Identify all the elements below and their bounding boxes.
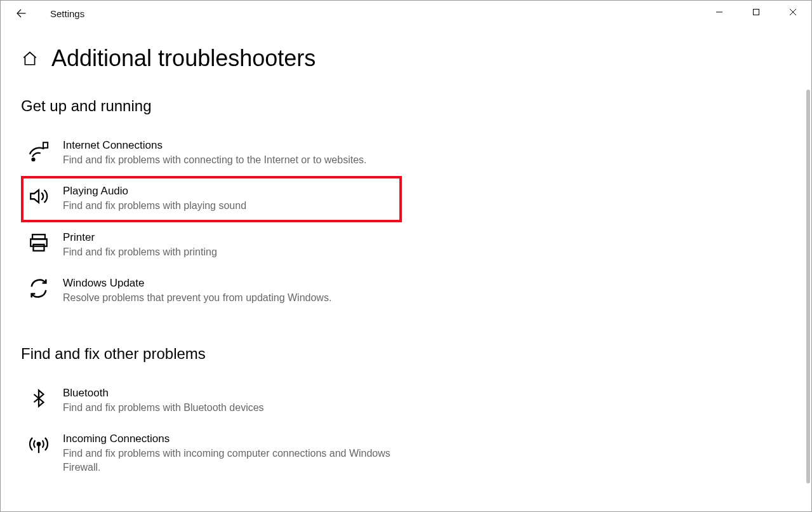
- troubleshooter-title: Bluetooth: [63, 387, 396, 400]
- window-title: Settings: [50, 8, 84, 19]
- troubleshooter-desc: Find and fix problems with playing sound: [63, 199, 396, 213]
- svg-rect-2: [754, 10, 759, 15]
- network-icon: [27, 139, 50, 162]
- bluetooth-icon: [27, 387, 50, 410]
- troubleshooter-printer[interactable]: Printer Find and fix problems with print…: [21, 222, 402, 268]
- refresh-icon: [27, 277, 50, 300]
- svg-rect-9: [34, 245, 44, 251]
- svg-point-5: [32, 158, 35, 161]
- troubleshooter-playing-audio[interactable]: Playing Audio Find and fix problems with…: [21, 176, 402, 222]
- troubleshooter-desc: Resolve problems that prevent you from u…: [63, 291, 396, 305]
- content-area: Additional troubleshooters Get up and ru…: [1, 26, 811, 511]
- window-controls: [701, 1, 811, 24]
- minimize-button[interactable]: [701, 1, 738, 24]
- troubleshooter-list-1: Internet Connections Find and fix proble…: [21, 130, 402, 314]
- svg-rect-6: [43, 142, 48, 148]
- troubleshooter-desc: Find and fix problems with incoming comp…: [63, 447, 396, 475]
- troubleshooter-internet-connections[interactable]: Internet Connections Find and fix proble…: [21, 130, 402, 176]
- section2-title: Find and fix other problems: [21, 345, 791, 363]
- printer-icon: [27, 231, 50, 254]
- troubleshooter-desc: Find and fix problems with Bluetooth dev…: [63, 401, 396, 415]
- close-button[interactable]: [775, 1, 811, 24]
- home-icon[interactable]: [21, 50, 39, 67]
- speaker-icon: [27, 185, 50, 208]
- troubleshooter-list-2: Bluetooth Find and fix problems with Blu…: [21, 378, 402, 484]
- troubleshooter-desc: Find and fix problems with printing: [63, 245, 396, 259]
- troubleshooter-title: Printer: [63, 231, 396, 244]
- troubleshooter-title: Windows Update: [63, 277, 396, 290]
- settings-window: Settings Additional troubleshooters Get …: [0, 0, 812, 512]
- troubleshooter-desc: Find and fix problems with connecting to…: [63, 153, 396, 167]
- troubleshooter-title: Incoming Connections: [63, 433, 396, 445]
- troubleshooter-bluetooth[interactable]: Bluetooth Find and fix problems with Blu…: [21, 378, 402, 424]
- titlebar: Settings: [1, 1, 811, 26]
- antenna-icon: [27, 433, 50, 455]
- troubleshooter-windows-update[interactable]: Windows Update Resolve problems that pre…: [21, 268, 402, 314]
- back-button[interactable]: [12, 4, 30, 22]
- page-header: Additional troubleshooters: [21, 45, 791, 72]
- page-title: Additional troubleshooters: [51, 45, 316, 72]
- troubleshooter-title: Playing Audio: [63, 185, 396, 198]
- scrollbar[interactable]: [806, 90, 810, 483]
- troubleshooter-incoming-connections[interactable]: Incoming Connections Find and fix proble…: [21, 424, 402, 484]
- maximize-button[interactable]: [738, 1, 775, 24]
- troubleshooter-title: Internet Connections: [63, 139, 396, 152]
- section1-title: Get up and running: [21, 97, 791, 115]
